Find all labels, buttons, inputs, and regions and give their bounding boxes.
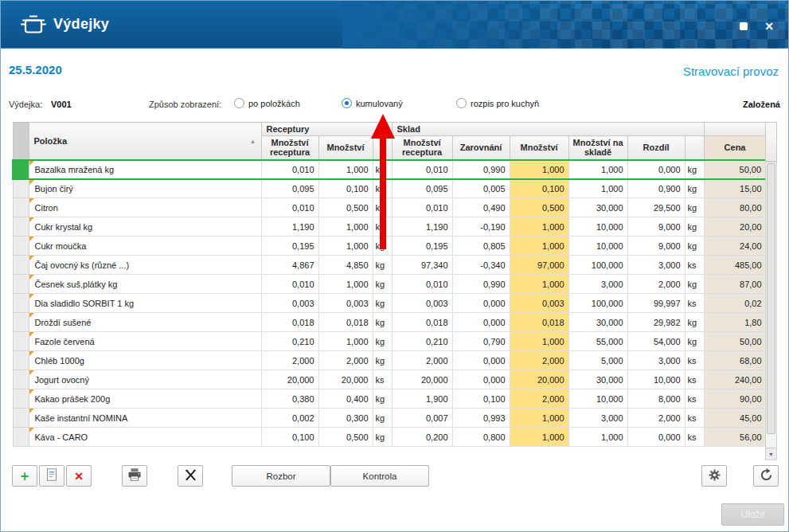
value-cell[interactable]: 0,300 [318, 409, 373, 428]
value-cell[interactable]: 0,010 [261, 198, 318, 217]
item-name-cell[interactable]: Česnek suš.plátky kg [29, 275, 261, 294]
value-cell[interactable]: 2,000 [392, 351, 452, 370]
value-cell[interactable]: 0,095 [392, 179, 452, 198]
value-cell[interactable]: 4,867 [261, 256, 318, 275]
vertical-scrollbar[interactable]: ▼ [765, 162, 777, 460]
value-cell[interactable]: -0,190 [452, 217, 510, 237]
value-cell[interactable]: 100,000 [568, 294, 627, 313]
unit-cell[interactable]: kg [373, 428, 392, 447]
table-row[interactable]: Káva - CARO0,1000,500kg0,2000,8001,0001,… [13, 428, 766, 447]
value-cell[interactable]: 1,000 [510, 237, 568, 256]
value-cell[interactable]: 10,000 [568, 237, 627, 256]
value-cell[interactable]: 20,000 [510, 370, 568, 389]
unit-cell[interactable]: kg [373, 217, 392, 237]
row-selector-cell[interactable] [13, 160, 29, 179]
price-cell[interactable]: 1,80 [704, 313, 766, 332]
value-cell[interactable]: 0,003 [261, 294, 318, 313]
value-cell[interactable]: 0,100 [318, 179, 373, 198]
scrollbar-thumb[interactable] [767, 163, 775, 434]
value-cell[interactable]: 1,000 [568, 160, 627, 179]
value-cell[interactable]: 0,500 [510, 198, 568, 217]
unit-cell[interactable]: ks [685, 389, 704, 409]
item-name-cell[interactable]: Dia sladidlo SORBIT 1 kg [29, 294, 261, 313]
value-cell[interactable]: 1,000 [510, 217, 568, 237]
value-cell[interactable]: 0,000 [452, 370, 510, 389]
price-cell[interactable]: 485,00 [704, 256, 766, 275]
column-header-sk-mnozstvi-receptura[interactable]: Množství receptura [392, 136, 452, 160]
value-cell[interactable]: 0,018 [510, 313, 568, 332]
item-name-cell[interactable]: Čaj ovocný ks (různé ...) [29, 256, 261, 275]
value-cell[interactable]: 10,000 [627, 370, 685, 389]
value-cell[interactable]: 0,100 [261, 428, 318, 447]
price-cell[interactable]: 56,00 [704, 428, 766, 447]
value-cell[interactable]: 0,990 [452, 160, 510, 179]
value-cell[interactable]: 0,100 [452, 389, 510, 409]
table-row[interactable]: Droždí sušené0,0180,018kg0,0180,0000,018… [13, 313, 766, 332]
value-cell[interactable]: 20,000 [318, 370, 373, 389]
value-cell[interactable]: 1,190 [261, 217, 318, 237]
value-cell[interactable]: 0,018 [392, 313, 452, 332]
value-cell[interactable]: 0,195 [261, 237, 318, 256]
item-name-cell[interactable]: Fazole červená [29, 332, 261, 351]
unit-cell[interactable]: kg [685, 179, 704, 198]
unit-cell[interactable]: kg [685, 237, 704, 256]
unit-cell[interactable]: kg [373, 351, 392, 370]
value-cell[interactable]: 1,000 [510, 409, 568, 428]
price-cell[interactable]: 240,00 [704, 370, 766, 389]
unit-cell[interactable]: kg [373, 198, 392, 217]
value-cell[interactable]: 0,000 [627, 428, 685, 447]
column-header-rozdil[interactable]: Rozdíl [627, 136, 685, 160]
value-cell[interactable]: 2,000 [510, 389, 568, 409]
item-name-cell[interactable]: Jogurt ovocný [29, 370, 261, 389]
table-row[interactable]: Jogurt ovocný20,00020,000ks20,0000,00020… [13, 370, 766, 389]
value-cell[interactable]: 2,000 [261, 351, 318, 370]
unit-cell[interactable]: kg [685, 198, 704, 217]
unit-cell[interactable]: ks [685, 370, 704, 389]
value-cell[interactable]: 1,000 [510, 332, 568, 351]
value-cell[interactable]: 0,210 [261, 332, 318, 351]
unit-cell[interactable]: kg [685, 160, 704, 179]
value-cell[interactable]: 0,195 [392, 237, 452, 256]
row-selector-cell[interactable] [13, 332, 29, 351]
tools-button[interactable] [178, 465, 203, 487]
value-cell[interactable]: 20,000 [261, 370, 318, 389]
add-item-button[interactable]: + [12, 465, 37, 487]
value-cell[interactable]: 20,000 [392, 370, 452, 389]
row-selector-cell[interactable] [13, 179, 29, 198]
row-selector-cell[interactable] [13, 351, 29, 370]
unit-cell[interactable]: ks [685, 428, 704, 447]
row-selector-cell[interactable] [13, 275, 29, 294]
value-cell[interactable]: 100,000 [568, 256, 627, 275]
value-cell[interactable]: 0,003 [392, 294, 452, 313]
price-cell[interactable]: 90,00 [704, 389, 766, 409]
unit-cell[interactable]: kg [685, 313, 704, 332]
value-cell[interactable]: 8,000 [627, 389, 685, 409]
kontrola-button[interactable]: Kontrola [330, 465, 429, 487]
value-cell[interactable]: 0,490 [452, 198, 510, 217]
edit-note-button[interactable] [39, 465, 64, 487]
row-selector-cell[interactable] [13, 237, 29, 256]
value-cell[interactable]: 30,000 [568, 198, 627, 217]
unit-cell[interactable]: kg [373, 313, 392, 332]
value-cell[interactable]: 1,000 [318, 237, 373, 256]
value-cell[interactable]: 0,000 [452, 313, 510, 332]
value-cell[interactable]: 29,982 [627, 313, 685, 332]
value-cell[interactable]: 0,010 [261, 275, 318, 294]
unit-cell[interactable]: kg [685, 217, 704, 237]
table-row[interactable]: Cukr moučka0,1951,000kg0,1950,8051,00010… [13, 237, 766, 256]
value-cell[interactable]: 9,000 [627, 237, 685, 256]
value-cell[interactable]: 1,000 [568, 428, 627, 447]
value-cell[interactable]: 0,990 [452, 275, 510, 294]
value-cell[interactable]: 0,380 [261, 389, 318, 409]
value-cell[interactable]: 0,018 [261, 313, 318, 332]
unit-cell[interactable]: kg [373, 256, 392, 275]
item-name-cell[interactable]: Cukr moučka [29, 237, 261, 256]
table-row[interactable]: Chléb 1000g2,0002,000kg2,0000,0002,0005,… [13, 351, 766, 370]
value-cell[interactable]: 1,000 [318, 160, 373, 179]
value-cell[interactable]: 30,000 [568, 370, 627, 389]
value-cell[interactable]: 5,000 [568, 351, 627, 370]
value-cell[interactable]: 0,018 [318, 313, 373, 332]
unit-cell[interactable]: ks [685, 351, 704, 370]
unit-cell[interactable]: kg [373, 237, 392, 256]
radio-rozpis-pro-kuchyn[interactable]: rozpis pro kuchyň [456, 98, 539, 108]
